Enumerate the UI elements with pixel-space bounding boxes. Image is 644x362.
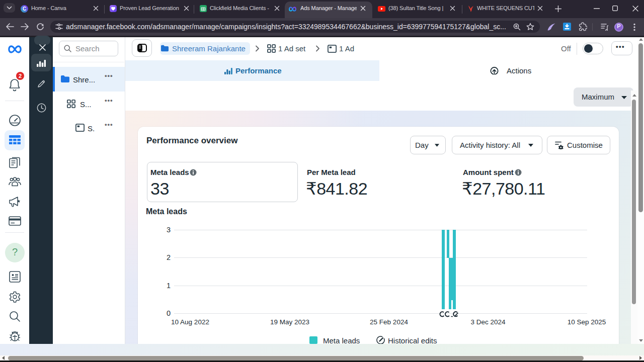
svg-text:C: C bbox=[23, 6, 26, 12]
